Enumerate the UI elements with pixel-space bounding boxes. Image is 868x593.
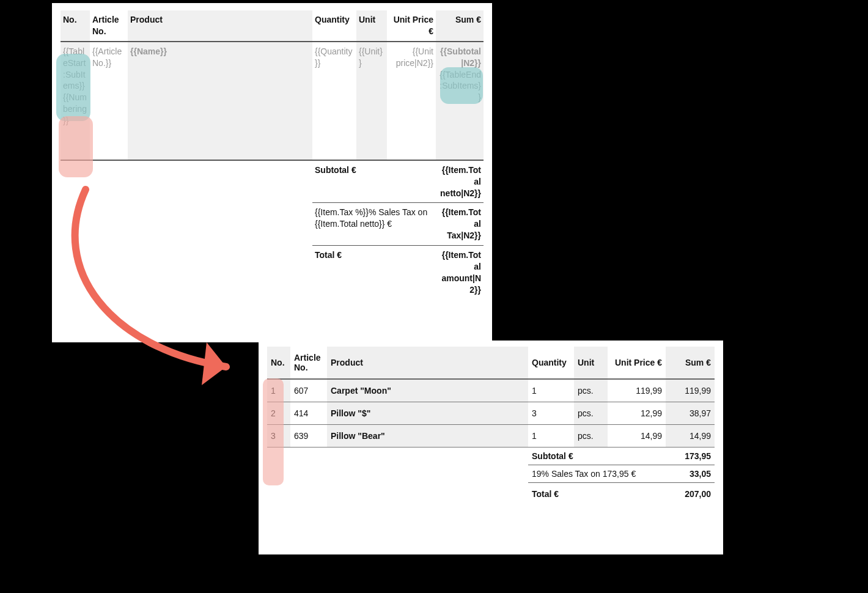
col-no: No. — [61, 10, 90, 42]
cell-unit: pcs. — [574, 402, 608, 425]
rcol-qty: Quantity — [528, 347, 574, 379]
cell-sum: 38,97 — [666, 402, 715, 425]
highlight-tablestart — [56, 54, 90, 121]
highlight-numbering-rendered — [263, 378, 284, 485]
cell-sum: 119,99 — [666, 379, 715, 402]
cell-uprice: {{Unit price|N2}} — [387, 42, 436, 160]
col-sum: Sum € — [436, 10, 484, 42]
cell-name: {{Name}} — [128, 42, 312, 160]
rendered-tax-row: 19% Sales Tax on 173,95 € 33,05 — [267, 465, 715, 483]
cell-qty: 1 — [528, 379, 574, 402]
rcol-unit: Unit — [574, 347, 608, 379]
cell-name: Pillow "Bear" — [327, 425, 528, 448]
template-item-row: {{TableStart:SubItems}}{{Numbering}} {{A… — [61, 42, 484, 160]
cell-name: Pillow "$" — [327, 402, 528, 425]
col-qty: Quantity — [312, 10, 356, 42]
rtotal-value: 207,00 — [666, 483, 715, 506]
table-row: 1607Carpet "Moon"1pcs.119,99119,99 — [267, 379, 715, 402]
tax-label: {{Item.Tax %}}% Sales Tax on {{Item.Tota… — [312, 203, 436, 246]
template-header-row: No. Article No. Product Quantity Unit Un… — [61, 10, 484, 42]
total-value: {{Item.Total amount|N2}} — [436, 246, 484, 300]
rendered-card: No. Article No. Product Quantity Unit Un… — [259, 341, 723, 554]
rtax-value: 33,05 — [666, 465, 715, 483]
rcol-product: Product — [327, 347, 528, 379]
rendered-total-row: Total € 207,00 — [267, 483, 715, 506]
tag-subtotal: {{Subtotal|N2}} — [440, 46, 481, 68]
rendered-items: 1607Carpet "Moon"1pcs.119,99119,992414Pi… — [267, 379, 715, 448]
cell-uprice: 119,99 — [608, 379, 666, 402]
rsub-value: 173,95 — [666, 448, 715, 465]
table-row: 3639Pillow "Bear"1pcs.14,9914,99 — [267, 425, 715, 448]
cell-article: 639 — [290, 425, 327, 448]
rsub-label: Subtotal € — [528, 448, 666, 465]
rcol-uprice: Unit Price € — [608, 347, 666, 379]
rtax-label: 19% Sales Tax on 173,95 € — [528, 465, 666, 483]
rcol-sum: Sum € — [666, 347, 715, 379]
cell-uprice: 14,99 — [608, 425, 666, 448]
arrow-icon — [37, 183, 281, 416]
stage: No. Article No. Product Quantity Unit Un… — [0, 0, 868, 593]
cell-article: {{Article No.}} — [90, 42, 128, 160]
cell-unit: pcs. — [574, 425, 608, 448]
cell-unit: pcs. — [574, 379, 608, 402]
rendered-sub-row: Subtotal € 173,95 — [267, 448, 715, 465]
rendered-table: No. Article No. Product Quantity Unit Un… — [267, 347, 715, 505]
rcol-article: Article No. — [290, 347, 327, 379]
cell-article: 414 — [290, 402, 327, 425]
col-uprice: Unit Price € — [387, 10, 436, 42]
cell-sum: 14,99 — [666, 425, 715, 448]
sub-label: Subtotal € — [312, 160, 436, 203]
cell-unit: {{Unit}} — [356, 42, 387, 160]
col-article: Article No. — [90, 10, 128, 42]
cell-name: Carpet "Moon" — [327, 379, 528, 402]
table-row: 2414Pillow "$"3pcs.12,9938,97 — [267, 402, 715, 425]
rcol-no: No. — [267, 347, 290, 379]
highlight-tableend — [440, 67, 483, 104]
cell-qty: 3 — [528, 402, 574, 425]
col-unit: Unit — [356, 10, 387, 42]
total-label: Total € — [312, 246, 436, 300]
cell-qty: {{Quantity}} — [312, 42, 356, 160]
cell-uprice: 12,99 — [608, 402, 666, 425]
tax-value: {{Item.Total Tax|N2}} — [436, 203, 484, 246]
cell-qty: 1 — [528, 425, 574, 448]
highlight-numbering — [59, 116, 93, 177]
col-product: Product — [128, 10, 312, 42]
rendered-header-row: No. Article No. Product Quantity Unit Un… — [267, 347, 715, 379]
cell-article: 607 — [290, 379, 327, 402]
rtotal-label: Total € — [528, 483, 666, 506]
sub-value: {{Item.Total netto|N2}} — [436, 160, 484, 203]
